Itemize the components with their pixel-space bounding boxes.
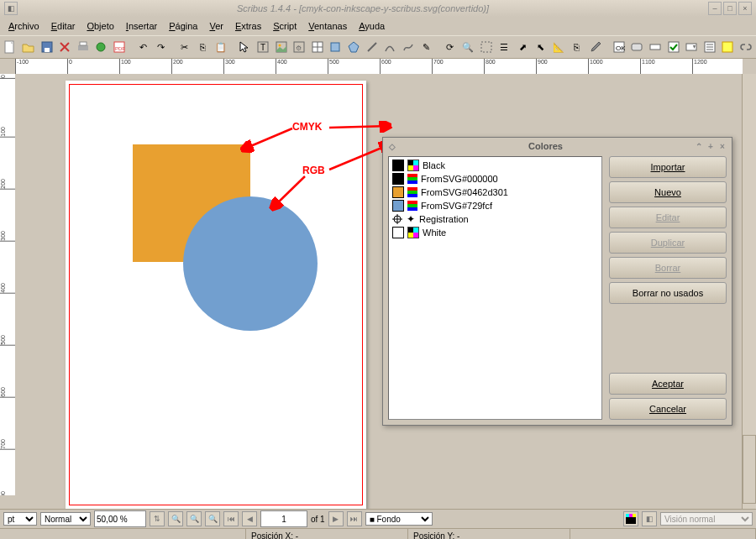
- paste-icon[interactable]: 📋: [213, 38, 230, 56]
- eyedropper-icon[interactable]: [586, 38, 604, 56]
- undo-icon[interactable]: ↶: [134, 38, 152, 56]
- zoom-spin-icon[interactable]: ⇅: [150, 511, 165, 526]
- pdf-pushbutton-icon[interactable]: [628, 38, 646, 56]
- polygon-icon[interactable]: [345, 38, 363, 56]
- save-icon[interactable]: [38, 38, 55, 56]
- color-row[interactable]: Black: [391, 159, 600, 172]
- menu-ayuda[interactable]: Ayuda: [354, 19, 390, 33]
- unlink-frames-icon[interactable]: ⬉: [532, 38, 549, 56]
- vertical-ruler[interactable]: 0100200300400500600700800: [0, 74, 16, 495]
- maximize-icon[interactable]: □: [723, 2, 737, 15]
- status-rest: [570, 529, 756, 539]
- color-row[interactable]: White: [391, 226, 600, 239]
- svg-rect-4: [80, 42, 87, 45]
- freehand-icon[interactable]: [400, 38, 417, 56]
- calligraphic-icon[interactable]: ✎: [417, 38, 435, 56]
- link-frames-icon[interactable]: ⬈: [514, 38, 532, 56]
- delete-button[interactable]: Borrar: [609, 257, 727, 279]
- color-row[interactable]: FromSVG#000000: [391, 172, 600, 186]
- zoom-input[interactable]: [94, 510, 146, 527]
- pdf-checkbox-icon[interactable]: OK: [610, 38, 627, 56]
- close-doc-icon[interactable]: [56, 38, 74, 56]
- color-row[interactable]: FromSVG#729fcf: [391, 199, 600, 212]
- horizontal-ruler[interactable]: -100010020030040050060070080090010001100…: [15, 59, 743, 75]
- menu-archivo[interactable]: Archivo: [3, 19, 45, 33]
- preflight-icon[interactable]: [92, 38, 110, 56]
- story-editor-icon[interactable]: ☰: [496, 38, 513, 56]
- shape-icon[interactable]: [327, 38, 344, 56]
- redo-icon[interactable]: ↷: [152, 38, 170, 56]
- pdf-annot-icon[interactable]: [719, 38, 737, 56]
- delete-unused-button[interactable]: Borrar no usados: [609, 282, 727, 304]
- line-icon[interactable]: [363, 38, 381, 56]
- color-row[interactable]: FromSVG#0462d301: [391, 186, 600, 199]
- page-input[interactable]: [260, 510, 307, 527]
- preview-mode-icon[interactable]: ◧: [642, 511, 657, 526]
- pdf-icon[interactable]: PDF: [111, 38, 129, 56]
- close-icon[interactable]: ×: [738, 2, 752, 15]
- side-scrollbar[interactable]: [743, 435, 756, 504]
- zoom-in-icon[interactable]: 🔍: [205, 511, 220, 526]
- edit-button[interactable]: Editar: [609, 207, 727, 228]
- dialog-max-icon[interactable]: +: [705, 140, 717, 152]
- cut-icon[interactable]: ✂: [176, 38, 194, 56]
- render-frame-icon[interactable]: ⚙: [291, 38, 308, 56]
- dialog-titlebar[interactable]: ◇ Colores ⌃ + ×: [383, 138, 732, 154]
- image-frame-icon[interactable]: [272, 38, 290, 56]
- menu-página[interactable]: Página: [164, 19, 202, 33]
- measure-icon[interactable]: 📐: [550, 38, 568, 56]
- copy-props-icon[interactable]: ⎘: [569, 38, 586, 56]
- blue-circle[interactable]: [183, 196, 318, 331]
- first-page-icon[interactable]: ⏮: [223, 511, 239, 526]
- menu-extras[interactable]: Extras: [230, 19, 266, 33]
- pdf-combo-icon[interactable]: [683, 38, 701, 56]
- pdf-textfield-icon[interactable]: [647, 38, 664, 56]
- text-frame-icon[interactable]: T: [255, 38, 272, 56]
- menu-ventanas[interactable]: Ventanas: [303, 19, 352, 33]
- dialog-close-icon[interactable]: ×: [717, 140, 728, 152]
- open-icon[interactable]: [20, 38, 38, 56]
- copy-icon[interactable]: ⎘: [194, 38, 212, 56]
- menu-ver[interactable]: Ver: [204, 19, 228, 33]
- duplicate-button[interactable]: Duplicar: [609, 232, 727, 254]
- menu-script[interactable]: Script: [268, 19, 302, 33]
- zoom-icon[interactable]: 🔍: [459, 38, 477, 56]
- table-icon[interactable]: [308, 38, 326, 56]
- pdf-check-icon[interactable]: [664, 38, 682, 56]
- svg-rect-25: [669, 42, 679, 52]
- svg-rect-41: [633, 514, 636, 517]
- color-row[interactable]: ✦Registration: [391, 212, 600, 226]
- new-button[interactable]: Nuevo: [609, 181, 727, 203]
- vision-select[interactable]: Visión normal: [660, 512, 753, 526]
- pdf-list-icon[interactable]: [701, 38, 718, 56]
- preview-select[interactable]: Normal: [40, 512, 91, 526]
- layer-select[interactable]: ■ Fondo: [365, 512, 433, 526]
- print-icon[interactable]: [74, 38, 92, 56]
- zoom-100-icon[interactable]: 🔍: [186, 511, 202, 526]
- last-page-icon[interactable]: ⏭: [347, 511, 362, 526]
- next-page-icon[interactable]: ▶: [328, 511, 344, 526]
- window-menu-icon[interactable]: ◧: [4, 2, 18, 15]
- menu-editar[interactable]: Editar: [46, 19, 81, 33]
- select-icon[interactable]: [236, 38, 254, 56]
- ok-button[interactable]: Aceptar: [609, 373, 727, 395]
- page: [66, 81, 366, 509]
- color-list[interactable]: BlackFromSVG#000000FromSVG#0462d301FromS…: [388, 156, 602, 420]
- dialog-menu-icon[interactable]: ◇: [386, 140, 398, 152]
- zoom-out-icon[interactable]: 🔍: [168, 511, 183, 526]
- edit-contents-icon[interactable]: [478, 38, 496, 56]
- prev-page-icon[interactable]: ◀: [242, 511, 257, 526]
- menu-objeto[interactable]: Objeto: [81, 19, 118, 33]
- minimize-icon[interactable]: –: [708, 2, 722, 15]
- page-total: of 1: [311, 515, 325, 524]
- import-button[interactable]: Importar: [609, 156, 727, 178]
- menu-insertar[interactable]: Insertar: [121, 19, 162, 33]
- cms-icon[interactable]: [623, 511, 638, 526]
- cancel-button[interactable]: Cancelar: [609, 398, 727, 420]
- unit-select[interactable]: pt: [3, 512, 37, 526]
- new-doc-icon[interactable]: [2, 38, 19, 56]
- rotate-icon[interactable]: ⟳: [441, 38, 459, 56]
- pdf-link-icon[interactable]: [738, 38, 755, 56]
- bezier-icon[interactable]: [381, 38, 399, 56]
- dialog-shade-icon[interactable]: ⌃: [693, 140, 705, 152]
